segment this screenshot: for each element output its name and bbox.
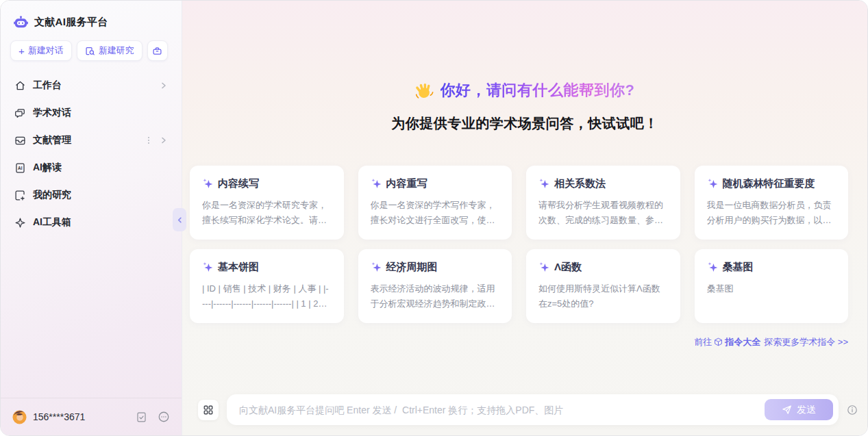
dots-vertical-icon[interactable]	[145, 136, 153, 144]
prompt-card-random-forest[interactable]: 随机森林特征重要度 我是一位电商数据分析员，负责分析用户的购买行为数据，以优化商…	[695, 166, 849, 240]
sidebar-item-ai-toolbox[interactable]: AI工具箱	[8, 209, 175, 236]
prompt-card-lambda-function[interactable]: Λ函数 如何使用斯特灵近似计算Λ函数在z=5处的值?	[526, 249, 680, 323]
sidebar-item-literature-management[interactable]: 文献管理	[8, 127, 175, 154]
card-title: 基本饼图	[218, 261, 259, 274]
archive-icon	[14, 135, 26, 146]
card-desc: 表示经济活动的波动规律，适用于分析宏观经济趋势和制定政策。	[371, 281, 500, 311]
more-circle-icon[interactable]	[158, 411, 170, 423]
wave-hand-icon	[415, 81, 434, 100]
doc-check-icon[interactable]	[136, 411, 147, 423]
card-desc: 桑基图	[707, 281, 836, 296]
new-chat-button[interactable]: + 新建对话	[10, 40, 72, 61]
card-desc: 你是一名资深的学术写作专家，擅长对论文进行全面改写，使其内容更加清	[371, 198, 500, 228]
prompt-card-pie-chart[interactable]: 基本饼图 | ID | 销售 | 技术 | 财务 | 人事 | |----|--…	[190, 249, 344, 323]
sparkle-icon	[538, 178, 549, 189]
card-title: Λ函数	[554, 261, 582, 274]
composer: 发送	[198, 394, 858, 425]
card-title: 内容重写	[386, 177, 427, 190]
chevron-left-icon	[176, 216, 184, 224]
sparkle-icon	[707, 261, 718, 272]
sidebar-item-workbench[interactable]: 工作台	[8, 72, 175, 99]
svg-text:AI: AI	[18, 166, 23, 170]
prompt-gallery-row: 前往 指令大全 探索更多学术指令 >>	[182, 336, 848, 348]
user-avatar[interactable]	[12, 410, 27, 424]
new-research-button[interactable]: 新建研究	[77, 40, 142, 61]
doc-search-icon	[85, 46, 95, 56]
sidebar: 文献AI服务平台 + 新建对话 新建研究	[1, 1, 182, 435]
paper-plane-icon	[782, 405, 792, 415]
sparkle-icon	[707, 178, 718, 189]
sparkle-outline-icon	[14, 217, 26, 229]
cube-icon	[714, 337, 723, 346]
sidebar-item-my-research[interactable]: 我的研究	[8, 181, 175, 209]
prompt-gallery-link[interactable]: 前往 指令大全 探索更多学术指令 >>	[694, 336, 848, 348]
card-desc: 你是一名资深的学术研究专家，擅长续写和深化学术论文。请你根据以下内	[202, 198, 332, 228]
grid-apps-icon	[203, 405, 214, 415]
prompt-card-correlation[interactable]: 相关系数法 请帮我分析学生观看视频教程的次数、完成的练习题数量、参与讨论的活跃度	[526, 166, 680, 240]
greeting-block: 你好，请问有什么能帮到你? 为你提供专业的学术场景问答，快试试吧！	[182, 80, 867, 133]
card-title: 随机森林特征重要度	[723, 177, 815, 190]
sidebar-item-academic-chat[interactable]: 学术对话	[8, 99, 175, 127]
sparkle-icon	[538, 261, 549, 272]
user-phone: 156****3671	[33, 411, 85, 422]
card-desc: | ID | 销售 | 技术 | 财务 | 人事 | |----|------|…	[202, 281, 332, 311]
chat-icon	[14, 107, 26, 119]
sidebar-actions: + 新建对话 新建研究	[1, 40, 182, 61]
main-content: 你好，请问有什么能帮到你? 为你提供专业的学术场景问答，快试试吧！ 内容续写 你…	[182, 1, 867, 435]
greeting-title: 你好，请问有什么能帮到你?	[441, 80, 635, 101]
grid-apps-button[interactable]	[198, 400, 219, 420]
message-input[interactable]	[239, 405, 758, 415]
card-desc: 如何使用斯特灵近似计算Λ函数在z=5处的值?	[538, 281, 668, 311]
sidebar-item-ai-reading[interactable]: AI AI解读	[8, 154, 175, 181]
briefcase-icon	[152, 46, 162, 56]
card-title: 桑基图	[723, 261, 754, 274]
toolbox-button[interactable]	[147, 40, 168, 61]
app-title: 文献AI服务平台	[34, 16, 108, 29]
doc-plus-icon	[14, 190, 26, 201]
plus-icon: +	[18, 46, 25, 56]
sparkle-icon	[371, 261, 382, 272]
sparkle-icon	[202, 261, 213, 272]
home-icon	[14, 80, 26, 92]
sidebar-menu: 工作台 学术对话	[1, 72, 182, 236]
info-icon[interactable]	[847, 405, 858, 415]
card-title: 经济周期图	[386, 261, 438, 274]
sidebar-footer: 156****3671	[1, 398, 182, 435]
chevron-right-icon[interactable]	[160, 136, 168, 144]
card-title: 内容续写	[218, 177, 259, 190]
sidebar-header: 文献AI服务平台	[1, 1, 182, 40]
ai-doc-icon: AI	[14, 162, 26, 174]
card-desc: 请帮我分析学生观看视频教程的次数、完成的练习题数量、参与讨论的活跃度	[538, 198, 668, 228]
sparkle-icon	[202, 178, 213, 189]
card-desc: 我是一位电商数据分析员，负责分析用户的购买行为数据，以优化商品推荐系	[707, 198, 836, 228]
prompt-card-content-continue[interactable]: 内容续写 你是一名资深的学术研究专家，擅长续写和深化学术论文。请你根据以下内	[190, 166, 344, 240]
card-title: 相关系数法	[554, 177, 606, 190]
greeting-subtitle: 为你提供专业的学术场景问答，快试试吧！	[182, 114, 867, 133]
send-button[interactable]: 发送	[765, 399, 833, 420]
prompt-card-grid: 内容续写 你是一名资深的学术研究专家，擅长续写和深化学术论文。请你根据以下内 内…	[190, 166, 848, 323]
robot-logo-icon	[13, 14, 29, 30]
sparkle-icon	[371, 178, 382, 189]
prompt-card-content-rewrite[interactable]: 内容重写 你是一名资深的学术写作专家，擅长对论文进行全面改写，使其内容更加清	[358, 166, 512, 240]
prompt-card-sankey[interactable]: 桑基图 桑基图	[695, 249, 849, 323]
sidebar-collapse-handle[interactable]	[173, 208, 186, 231]
message-input-container: 发送	[227, 394, 839, 425]
app-window: 文献AI服务平台 + 新建对话 新建研究	[0, 0, 868, 436]
chevron-right-icon[interactable]	[160, 81, 168, 90]
prompt-card-economic-cycle[interactable]: 经济周期图 表示经济活动的波动规律，适用于分析宏观经济趋势和制定政策。	[358, 249, 512, 323]
